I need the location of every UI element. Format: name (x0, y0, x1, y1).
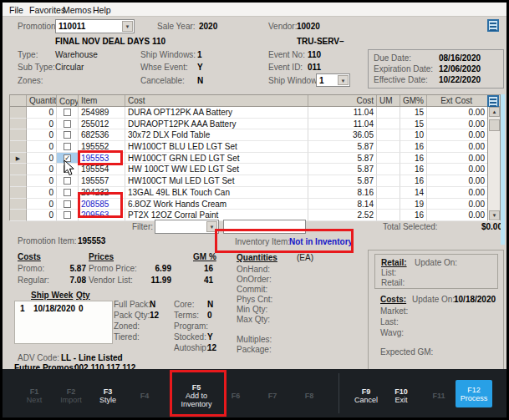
stocked-label: Stocked: (174, 332, 206, 342)
autoship-label: Autoship: (174, 343, 209, 352)
scrollbar-thumb[interactable] (489, 119, 500, 131)
ship-week-list[interactable]: 1 10/18/2020 0 (14, 301, 113, 344)
f12-process-button[interactable]: F12Process (456, 380, 492, 407)
vertical-scrollbar[interactable]: ▲ ▼ (487, 107, 500, 220)
row-selector[interactable]: ▶ (10, 153, 27, 164)
copy-checkbox[interactable] (64, 131, 71, 139)
chevron-down-icon[interactable]: ▼ (338, 75, 349, 85)
total-selected-label: Total Selected: (383, 222, 438, 231)
copy-checkbox[interactable] (64, 109, 71, 116)
annotation-box-items-208585-209563 (78, 192, 123, 218)
expiration-date-value: 12/06/2020 (439, 64, 481, 73)
gm-header: GM % (193, 252, 216, 261)
f4-button[interactable]: F4 (120, 380, 169, 412)
row-pointer-icon: ▶ (16, 155, 20, 161)
event-no-value: 110 (308, 50, 321, 59)
copy-checkbox[interactable] (64, 189, 71, 196)
promotion-combo[interactable]: 110011 ▼ (55, 19, 135, 33)
regular-gm-value: 41 (195, 276, 213, 285)
copy-checkbox[interactable] (64, 211, 71, 219)
adv-code-value: LL - Line Listed (61, 353, 123, 362)
sub-type-label: Sub Type: (18, 63, 55, 72)
table-row[interactable]: 0 195557 HW100CT Mul LED LGT Set 5.87 16… (10, 175, 500, 187)
market-label: Market: (380, 306, 408, 316)
row-selector[interactable] (10, 175, 27, 187)
copy-checkbox[interactable] (64, 143, 71, 150)
autoship-value: 12 (207, 343, 216, 352)
retail-update-on-label: Update On: (415, 258, 457, 267)
table-row[interactable]: 0 682536 30x72 DLX Fold Table 36.05 10 0… (10, 129, 500, 141)
dates-panel: Due Date: 08/16/2020 Expiration Date: 12… (368, 49, 504, 89)
annotation-box-f5-button (170, 370, 227, 417)
costs-update-on-label: Update On: (412, 295, 455, 304)
col-ext-cost[interactable]: Ext Cost (427, 95, 475, 106)
row-selector[interactable] (10, 164, 27, 175)
onorder-label: OnOrder: (237, 275, 272, 284)
prices-header: Prices (89, 252, 114, 261)
wavg-label: Wavg: (380, 328, 404, 337)
row-selector[interactable] (10, 187, 27, 199)
filter-combo[interactable]: ▼ (155, 220, 219, 234)
memo-icon[interactable] (487, 95, 499, 108)
row-selector[interactable] (10, 199, 27, 210)
stocked-value: Y (207, 332, 213, 342)
scroll-up-icon[interactable]: ▲ (489, 107, 500, 117)
memo-icon[interactable] (487, 19, 499, 32)
scroll-down-icon[interactable]: ▼ (489, 210, 500, 220)
col-copy[interactable]: Copy (57, 95, 79, 106)
ship-window-combo[interactable]: 1 ▼ (316, 73, 350, 87)
menu-memos[interactable]: Memos (63, 5, 91, 15)
row-selector[interactable] (10, 129, 27, 141)
app-window: File Favorites Memos Help Promotion: 110… (0, 0, 509, 420)
f8-button[interactable]: F8 (285, 380, 333, 412)
quantities-header: Quantities (237, 253, 277, 262)
copy-checkbox[interactable] (64, 177, 71, 185)
zones-label: Zones: (18, 76, 43, 85)
expiration-date-label: Expiration Date: (374, 64, 433, 73)
table-row[interactable]: 0 255012 DURAOPT12PK AAA Battery 11.04 1… (10, 119, 500, 130)
sale-year-label: Sale Year: (157, 22, 196, 31)
commit-label: Commit: (237, 285, 267, 294)
pack-qty-label: Pack Qty: (114, 311, 150, 320)
mouse-cursor (64, 159, 75, 176)
col-cost[interactable]: Cost (308, 95, 377, 106)
menu-file[interactable]: File (9, 5, 23, 15)
retail-header: Retail: (381, 258, 407, 267)
vendor-value: 10020 (297, 22, 320, 31)
max-qty-label: Max Qty: (237, 315, 270, 324)
row-selector[interactable] (10, 141, 27, 153)
table-header-row: Quantity Copy Item Cost Cost UM GM% Ext … (10, 95, 500, 107)
package-label: Package: (237, 345, 272, 354)
client-area: File Favorites Memos Help Promotion: 110… (3, 3, 506, 417)
zoned-label: Zoned: (114, 321, 140, 331)
copy-checkbox[interactable] (64, 200, 71, 208)
table-row[interactable]: 0 254989 DURA OPT12PK AA Battery 11.04 1… (10, 107, 500, 119)
col-um[interactable]: UM (377, 95, 400, 106)
col-quantity[interactable]: Quantity (27, 95, 57, 106)
col-description[interactable]: Cost (125, 95, 308, 106)
copy-checkbox[interactable] (64, 120, 71, 128)
row-selector[interactable] (10, 210, 27, 221)
retail-retail-label: Retail: (381, 278, 405, 287)
pack-qty-value: 12 (150, 311, 159, 320)
col-item[interactable]: Item (79, 95, 125, 106)
window-edge-accent (501, 94, 505, 245)
phys-cnt-label: Phys Cnt: (237, 295, 272, 304)
cancelable-label: Cancelable: (140, 76, 185, 85)
promo-gm-value: 16 (195, 264, 213, 273)
whse-event-label: Whse Event: (140, 63, 188, 72)
menu-favorites[interactable]: Favorites (29, 5, 65, 15)
row-selector[interactable] (10, 119, 27, 130)
row-selector[interactable] (10, 107, 27, 119)
col-gm[interactable]: GM% (400, 95, 427, 106)
menu-help[interactable]: Help (93, 5, 111, 15)
sub-type-value: Circular (55, 63, 84, 72)
annotation-box-inventory-item (215, 229, 354, 253)
due-date-value: 08/16/2020 (439, 53, 481, 63)
table-row[interactable]: 0 195554 HW 100CT WW LED LGT Set 5.87 16… (10, 164, 500, 175)
promo-price-value: 6.99 (146, 264, 171, 273)
function-key-bar: F1Next F2Import F3Style F4 F5Add to Inve… (3, 369, 506, 417)
chevron-down-icon[interactable]: ▼ (122, 21, 133, 32)
promo-cost: 5.87 (61, 264, 86, 273)
ship-windows-label: Ship Windows: (140, 50, 196, 59)
